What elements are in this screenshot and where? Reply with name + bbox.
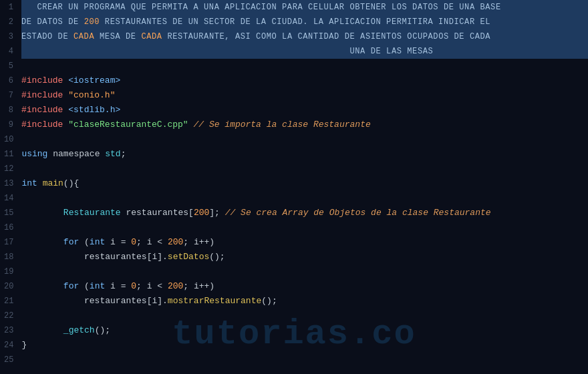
code-lines: 1 CREAR UN PROGRAMA QUE PERMITA A UNA AP… [0,0,588,367]
line-12: 12 [0,162,588,176]
line-num-9: 9 [0,118,21,132]
line-14: 14 [0,191,588,206]
line-content-22 [21,309,588,323]
line-4: 4 UNA DE LAS MESAS [0,44,588,59]
line-24: 24 } [0,338,588,353]
line-num-23: 23 [0,323,21,338]
line-num-22: 22 [0,309,21,323]
line-content-21: restaurantes[i].mostrarRestaurante(); [21,294,588,309]
line-content-1: CREAR UN PROGRAMA QUE PERMITA A UNA APLI… [21,0,588,15]
line-1: 1 CREAR UN PROGRAMA QUE PERMITA A UNA AP… [0,0,588,15]
line-22: 22 [0,309,588,323]
line-num-10: 10 [0,132,21,147]
line-content-7: #include "conio.h" [21,88,588,103]
line-content-16 [21,220,588,235]
line-content-20: for (int i = 0; i < 200; i++) [21,279,588,294]
line-15: 15 Restaurante restaurantes[200]; // Se … [0,206,588,220]
line-num-18: 18 [0,250,21,264]
line-content-23: _getch(); [21,323,588,338]
line-content-19 [21,264,588,279]
line-num-21: 21 [0,294,21,309]
line-9: 9 #include "claseRestauranteC.cpp" // Se… [0,118,588,132]
line-num-6: 6 [0,73,21,88]
line-num-13: 13 [0,176,21,191]
line-content-10 [21,132,588,147]
line-content-13: int main(){ [21,176,588,191]
line-content-8: #include <stdlib.h> [21,103,588,118]
line-21: 21 restaurantes[i].mostrarRestaurante(); [0,294,588,309]
line-18: 18 restaurantes[i].setDatos(); [0,250,588,264]
line-num-3: 3 [0,29,21,44]
code-editor: 1 CREAR UN PROGRAMA QUE PERMITA A UNA AP… [0,0,588,374]
line-content-24: } [21,338,588,353]
line-content-14 [21,191,588,206]
line-25: 25 [0,353,588,367]
line-content-4: UNA DE LAS MESAS [21,44,588,59]
line-num-19: 19 [0,264,21,279]
line-content-6: #include <iostream> [21,73,588,88]
line-23: 23 _getch(); [0,323,588,338]
line-num-16: 16 [0,220,21,235]
line-content-9: #include "claseRestauranteC.cpp" // Se i… [21,118,588,132]
line-num-11: 11 [0,147,21,162]
line-5: 5 [0,59,588,73]
line-content-2: DE DATOS DE 200 RESTAURANTES DE UN SECTO… [21,15,588,29]
line-16: 16 [0,220,588,235]
line-num-8: 8 [0,103,21,118]
line-17: 17 for (int i = 0; i < 200; i++) [0,235,588,250]
line-num-14: 14 [0,191,21,206]
line-num-1: 1 [0,0,21,15]
line-content-3: ESTADO DE CADA MESA DE CADA RESTAURANTE,… [21,29,588,44]
line-num-17: 17 [0,235,21,250]
line-content-17: for (int i = 0; i < 200; i++) [21,235,588,250]
line-7: 7 #include "conio.h" [0,88,588,103]
line-13: 13 int main(){ [0,176,588,191]
line-content-12 [21,162,588,176]
line-content-18: restaurantes[i].setDatos(); [21,250,588,264]
line-num-12: 12 [0,162,21,176]
line-num-24: 24 [0,338,21,353]
line-num-4: 4 [0,44,21,59]
line-19: 19 [0,264,588,279]
line-num-15: 15 [0,206,21,220]
line-num-25: 25 [0,353,21,367]
line-content-15: Restaurante restaurantes[200]; // Se cre… [21,206,588,220]
line-num-20: 20 [0,279,21,294]
line-num-5: 5 [0,59,21,73]
line-content-25 [21,353,588,367]
line-10: 10 [0,132,588,147]
line-content-11: using namespace std; [21,147,588,162]
line-20: 20 for (int i = 0; i < 200; i++) [0,279,588,294]
line-content-5 [21,59,588,73]
line-8: 8 #include <stdlib.h> [0,103,588,118]
line-11: 11 using namespace std; [0,147,588,162]
line-num-2: 2 [0,15,21,29]
line-3: 3 ESTADO DE CADA MESA DE CADA RESTAURANT… [0,29,588,44]
line-6: 6 #include <iostream> [0,73,588,88]
line-num-7: 7 [0,88,21,103]
line-2: 2 DE DATOS DE 200 RESTAURANTES DE UN SEC… [0,15,588,29]
